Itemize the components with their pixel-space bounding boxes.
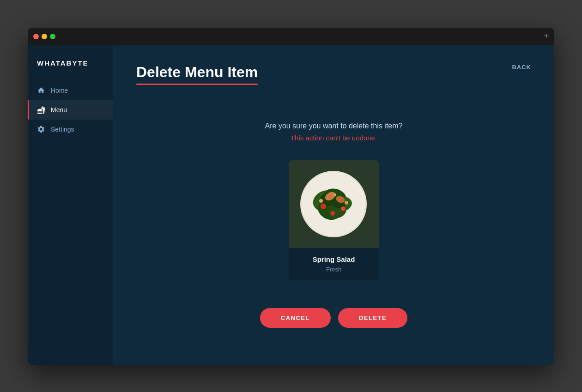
sidebar: WHATABYTE Home: [28, 45, 113, 365]
minimize-button[interactable]: [42, 34, 47, 39]
back-link[interactable]: BACK: [512, 64, 531, 71]
home-icon: [37, 86, 45, 95]
nav-list: Home Menu: [28, 81, 113, 139]
main-content: Delete Menu Item BACK Are you sure you w…: [113, 45, 554, 365]
title-underline: [136, 84, 258, 85]
svg-point-12: [321, 204, 326, 209]
add-window-button[interactable]: +: [544, 31, 549, 41]
confirm-text: Are you sure you want to delete this ite…: [265, 122, 403, 130]
food-image-svg: [289, 160, 379, 248]
svg-point-17: [333, 193, 336, 196]
utensils-icon: [37, 106, 45, 114]
menu-item-image: [289, 160, 379, 248]
page-title-wrapper: Delete Menu Item: [136, 64, 258, 85]
button-row: CANCEL DELETE: [260, 308, 407, 328]
delete-button[interactable]: DELETE: [338, 308, 407, 328]
close-button[interactable]: [33, 34, 39, 39]
titlebar: +: [28, 28, 554, 45]
menu-card-name: Spring Salad: [296, 255, 371, 263]
sidebar-item-label-home: Home: [51, 87, 68, 94]
maximize-button[interactable]: [50, 34, 55, 39]
traffic-lights: [33, 34, 55, 39]
logo: WHATABYTE: [28, 59, 113, 81]
svg-point-14: [330, 211, 335, 216]
sidebar-item-label-menu: Menu: [51, 106, 67, 114]
menu-item-card: Spring Salad Fresh: [289, 160, 379, 280]
settings-icon: [37, 125, 45, 133]
warning-text: This action can't be undone.: [291, 134, 377, 142]
app-window: + WHATABYTE Home: [28, 28, 554, 365]
sidebar-item-settings[interactable]: Settings: [28, 120, 113, 139]
menu-card-info: Spring Salad Fresh: [289, 248, 379, 280]
sidebar-item-menu[interactable]: Menu: [28, 100, 113, 120]
svg-point-16: [345, 201, 348, 205]
content-area: Are you sure you want to delete this ite…: [136, 103, 531, 346]
page-header: Delete Menu Item BACK: [136, 64, 531, 85]
cancel-button[interactable]: CANCEL: [260, 308, 331, 328]
sidebar-item-label-settings: Settings: [51, 126, 74, 133]
page-title: Delete Menu Item: [136, 64, 258, 81]
sidebar-item-home[interactable]: Home: [28, 81, 113, 100]
app-body: WHATABYTE Home: [28, 45, 554, 365]
svg-point-13: [341, 206, 346, 211]
menu-card-description: Fresh: [296, 266, 371, 273]
svg-point-15: [319, 199, 323, 203]
